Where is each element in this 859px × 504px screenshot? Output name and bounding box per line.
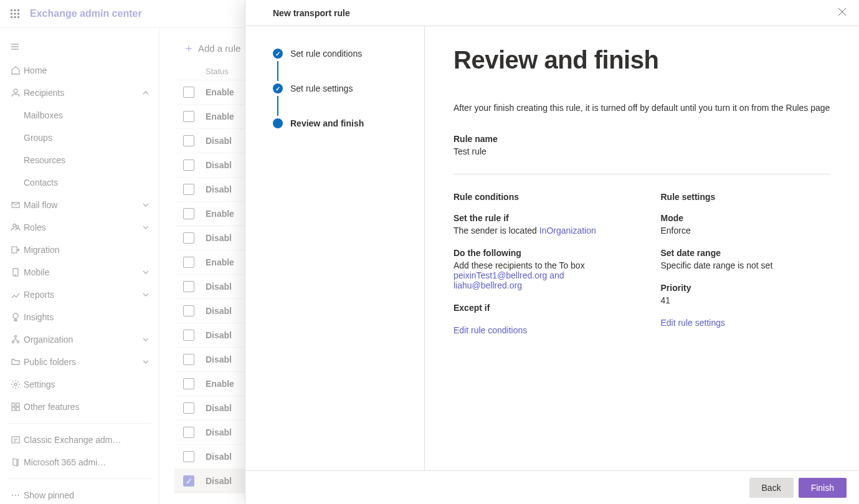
set-if-value: The sender is located InOrganization (453, 226, 624, 235)
panel-title: New transport rule (273, 8, 350, 18)
step-done-icon (273, 49, 283, 59)
do-following-value: Add these recipients to the To box (453, 260, 624, 270)
recipients-link[interactable]: peixinTest1@bellred.org and liahu@bellre… (453, 270, 624, 290)
in-organization-link[interactable]: InOrganization (539, 226, 596, 235)
back-button[interactable]: Back (749, 478, 794, 498)
wizard-step-settings[interactable]: Set rule settings (273, 81, 409, 96)
wizard-step-review[interactable]: Review and finish (273, 116, 409, 131)
step-label: Set rule conditions (290, 49, 362, 59)
set-if-label: Set the rule if (453, 213, 624, 223)
new-rule-panel: New transport rule Set rule conditions S… (245, 0, 859, 504)
priority-label: Priority (661, 283, 831, 293)
edit-conditions-link[interactable]: Edit rule conditions (453, 325, 624, 335)
rule-name-label: Rule name (453, 134, 830, 144)
step-label: Set rule settings (290, 83, 353, 93)
mode-value: Enforce (661, 226, 831, 235)
step-done-icon (273, 83, 283, 93)
do-following-label: Do the following (453, 248, 624, 258)
close-button[interactable] (838, 7, 847, 19)
review-intro: After your finish creating this rule, it… (453, 103, 830, 113)
rule-name-value: Test rule (453, 146, 830, 156)
finish-button[interactable]: Finish (799, 478, 847, 498)
rule-conditions-section: Rule conditions Set the rule if The send… (453, 192, 624, 335)
close-icon (838, 7, 847, 16)
review-content: Review and finish After your finish crea… (425, 26, 859, 470)
wizard-step-conditions[interactable]: Set rule conditions (273, 46, 409, 61)
panel-header: New transport rule (245, 0, 859, 26)
set-if-text: The sender is located (453, 226, 539, 235)
step-active-icon (273, 118, 283, 128)
section-title: Rule settings (661, 192, 831, 202)
date-range-label: Set date range (661, 248, 831, 258)
wizard-steps: Set rule conditions Set rule settings Re… (245, 26, 425, 470)
mode-label: Mode (661, 213, 831, 223)
edit-settings-link[interactable]: Edit rule settings (661, 318, 831, 328)
date-range-value: Specific date range is not set (661, 260, 831, 270)
panel-footer: Back Finish (245, 470, 859, 504)
divider (453, 174, 830, 174)
priority-value: 41 (661, 295, 831, 305)
step-label: Review and finish (290, 118, 364, 128)
except-if-label: Except if (453, 303, 624, 313)
review-heading: Review and finish (453, 46, 830, 74)
rule-settings-section: Rule settings Mode Enforce Set date rang… (661, 192, 831, 335)
section-title: Rule conditions (453, 192, 624, 202)
